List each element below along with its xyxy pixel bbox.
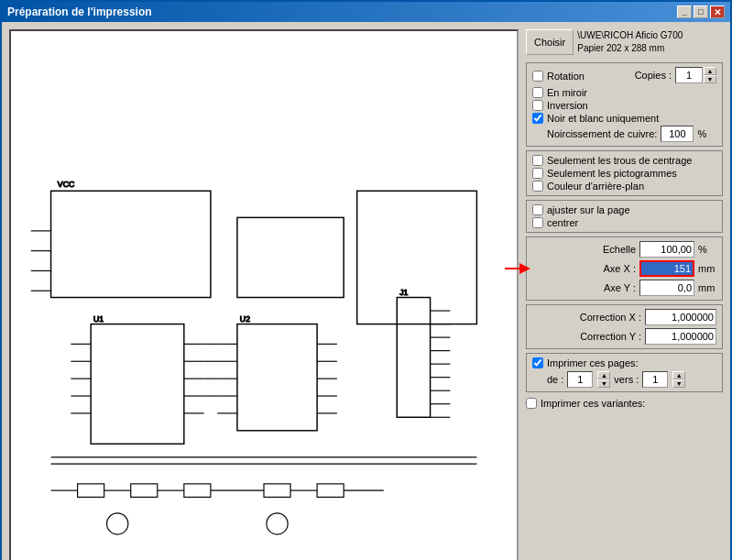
inversion-checkbox[interactable] [532,100,543,111]
copies-spinner-buttons: ▲ ▼ [704,67,716,83]
imprimer-variantes-label: Imprimer ces variantes: [541,398,645,409]
centrer-checkbox[interactable] [532,217,543,228]
vers-label: vers : [614,374,639,385]
axe-y-label: Axe Y : [590,282,636,293]
imprimer-variantes-checkbox[interactable] [526,398,537,409]
seulement-picto-label: Seulement les pictogrammes [547,168,677,179]
title-bar-buttons: _ □ ✕ [677,5,725,18]
copies-down-button[interactable]: ▼ [704,75,716,83]
vers-up-button[interactable]: ▲ [672,371,685,379]
de-down-button[interactable]: ▼ [597,379,610,388]
axe-x-row: Axe X : mm [532,260,716,277]
copies-label: Copies : [635,70,672,81]
svg-rect-0 [11,31,517,560]
vers-spinner-buttons: ▲ ▼ [672,371,685,388]
svg-text:J1: J1 [399,288,408,297]
noircissement-row: Noircissement de cuivre: % [532,126,716,142]
noir-blanc-label: Noir et blanc uniquement [547,113,659,124]
correction-y-row: Correction Y : [532,328,716,345]
printer-paper: Papier 202 x 288 mm [577,42,683,55]
seulement-trous-label: Seulement les trous de centrage [547,155,692,166]
imprimer-pages-checkbox[interactable] [532,357,543,368]
rotation-label: Rotation [547,71,585,82]
couleur-arriere-row: Couleur d'arrière-plan [532,181,716,192]
axe-x-input[interactable] [639,260,694,277]
red-arrow-icon [505,259,530,278]
seulement-trous-row: Seulement les trous de centrage [532,155,716,166]
correction-y-input[interactable] [645,328,716,345]
inversion-row: Inversion [532,100,716,111]
seulement-picto-row: Seulement les pictogrammes [532,168,716,179]
rotation-copies-row: Rotation Copies : ▲ ▼ [532,67,716,85]
ajuster-checkbox[interactable] [532,204,543,215]
window-body: VCC U2 U1 J1 Fichier : 100 005 -1ml 1280… [2,22,730,560]
correction-y-label: Correction Y : [577,331,641,342]
inversion-label: Inversion [547,100,588,111]
percent-label: % [697,128,706,139]
noircissement-input[interactable] [661,126,694,142]
close-button[interactable]: ✕ [710,5,725,18]
copies-up-button[interactable]: ▲ [704,67,716,75]
maximize-button[interactable]: □ [694,5,708,18]
correction-x-input[interactable] [645,309,716,325]
window-title: Préparation de l'impression [7,5,152,18]
seulement-picto-checkbox[interactable] [532,168,543,179]
vers-input[interactable] [642,371,668,388]
pages-section: Imprimer ces pages: de : ▲ ▼ vers : ▲ [526,353,723,392]
ajuster-row: ajuster sur la page [532,204,716,215]
minimize-button[interactable]: _ [677,5,692,18]
options-group-1: Rotation Copies : ▲ ▼ [526,62,723,147]
axe-x-unit: mm [698,263,716,274]
printer-name: \UWE\RICOH Aficio G700 [577,29,683,42]
de-up-button[interactable]: ▲ [597,371,610,379]
noir-blanc-checkbox[interactable] [532,113,543,124]
echelle-input[interactable] [639,241,694,258]
correction-x-label: Correction X : [577,312,641,323]
copies-section: Copies : ▲ ▼ [635,67,716,83]
echelle-row: Echelle % [532,241,716,258]
rotation-row: Rotation [532,71,585,82]
options-group-3: ajuster sur la page centrer [526,200,723,233]
vers-down-button[interactable]: ▼ [672,379,685,388]
couleur-arriere-checkbox[interactable] [532,181,543,192]
en-miroir-row: En miroir [532,87,716,98]
svg-text:U1: U1 [93,314,104,324]
noir-blanc-row: Noir et blanc uniquement [532,113,716,124]
svg-text:U2: U2 [240,314,250,324]
echelle-label: Echelle [590,244,636,255]
axe-y-unit: mm [698,282,716,293]
main-window: Préparation de l'impression _ □ ✕ [0,0,732,560]
printer-info: \UWE\RICOH Aficio G700 Papier 202 x 288 … [577,29,683,55]
centrer-label: centrer [547,217,578,228]
svg-text:VCC: VCC [58,180,74,189]
ajuster-label: ajuster sur la page [547,204,630,215]
choisir-button[interactable]: Choisir [526,29,574,55]
copies-input[interactable] [675,67,703,83]
correction-x-row: Correction X : [532,309,716,325]
imprimer-pages-row: Imprimer ces pages: [532,357,716,368]
correction-section: Correction X : Correction Y : [526,304,723,349]
axe-y-input[interactable] [639,280,694,296]
right-panel: Choisir \UWE\RICOH Aficio G700 Papier 20… [526,29,723,560]
centrer-row: centrer [532,217,716,228]
preview-area: VCC U2 U1 J1 Fichier : 100 005 -1ml 1280… [9,29,519,560]
de-label: de : [547,374,563,385]
seulement-trous-checkbox[interactable] [532,155,543,166]
variantes-row: Imprimer ces variantes: [526,398,723,409]
en-miroir-checkbox[interactable] [532,87,543,98]
en-miroir-label: En miroir [547,87,587,98]
title-bar: Préparation de l'impression _ □ ✕ [2,2,730,22]
de-spinner-buttons: ▲ ▼ [597,371,610,388]
copies-spinner: ▲ ▼ [675,67,716,83]
axe-x-label: Axe X : [590,263,636,274]
de-vers-row: de : ▲ ▼ vers : ▲ ▼ [532,371,716,388]
imprimer-pages-label: Imprimer ces pages: [547,357,639,368]
noircissement-label: Noircissement de cuivre: [547,128,657,139]
printer-section: Choisir \UWE\RICOH Aficio G700 Papier 20… [526,29,723,55]
pcb-schematic: VCC U2 U1 J1 Fichier : 100 005 -1ml 1280… [11,31,517,560]
rotation-checkbox[interactable] [532,71,543,82]
main-content: VCC U2 U1 J1 Fichier : 100 005 -1ml 1280… [9,29,723,560]
echelle-unit: % [698,244,716,255]
couleur-arriere-label: Couleur d'arrière-plan [547,181,644,192]
de-input[interactable] [567,371,593,388]
